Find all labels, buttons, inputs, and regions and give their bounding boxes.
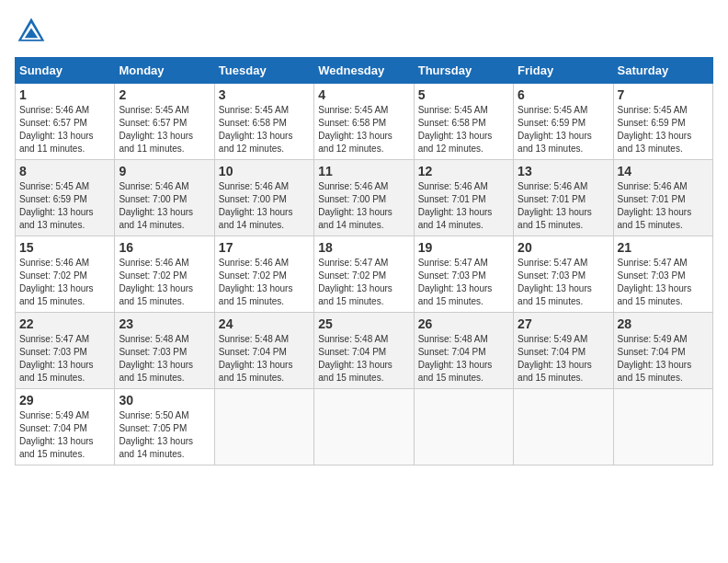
- day-number: 11: [318, 164, 409, 178]
- day-info: Sunrise: 5:45 AM Sunset: 6:59 PM Dayligh…: [618, 104, 709, 155]
- day-info: Sunrise: 5:48 AM Sunset: 7:04 PM Dayligh…: [418, 333, 509, 385]
- table-row: 26 Sunrise: 5:48 AM Sunset: 7:04 PM Dayl…: [414, 313, 513, 389]
- day-info: Sunrise: 5:48 AM Sunset: 7:03 PM Dayligh…: [119, 333, 210, 385]
- table-row: 5 Sunrise: 5:45 AM Sunset: 6:58 PM Dayli…: [414, 84, 513, 160]
- day-info: Sunrise: 5:45 AM Sunset: 6:58 PM Dayligh…: [418, 104, 509, 155]
- table-row: [514, 389, 613, 465]
- day-number: 21: [618, 240, 709, 255]
- day-info: Sunrise: 5:46 AM Sunset: 7:02 PM Dayligh…: [119, 257, 210, 308]
- logo: [15, 15, 53, 48]
- table-row: 27 Sunrise: 5:49 AM Sunset: 7:04 PM Dayl…: [514, 313, 613, 389]
- table-row: 18 Sunrise: 5:47 AM Sunset: 7:02 PM Dayl…: [314, 236, 414, 313]
- day-number: 17: [219, 240, 310, 255]
- table-row: [613, 389, 712, 465]
- col-thursday: Thursday: [414, 58, 513, 84]
- day-info: Sunrise: 5:45 AM Sunset: 6:59 PM Dayligh…: [19, 180, 110, 232]
- table-row: 12 Sunrise: 5:46 AM Sunset: 7:01 PM Dayl…: [414, 160, 513, 236]
- table-row: 15 Sunrise: 5:46 AM Sunset: 7:02 PM Dayl…: [16, 236, 115, 313]
- day-number: 13: [518, 164, 609, 178]
- table-row: 16 Sunrise: 5:46 AM Sunset: 7:02 PM Dayl…: [115, 236, 214, 313]
- table-row: 8 Sunrise: 5:45 AM Sunset: 6:59 PM Dayli…: [16, 160, 115, 236]
- table-row: [414, 389, 513, 465]
- day-info: Sunrise: 5:47 AM Sunset: 7:02 PM Dayligh…: [318, 257, 409, 308]
- table-row: 7 Sunrise: 5:45 AM Sunset: 6:59 PM Dayli…: [613, 84, 712, 160]
- day-info: Sunrise: 5:45 AM Sunset: 6:59 PM Dayligh…: [518, 104, 609, 155]
- table-row: 13 Sunrise: 5:46 AM Sunset: 7:01 PM Dayl…: [514, 160, 613, 236]
- table-row: 11 Sunrise: 5:46 AM Sunset: 7:00 PM Dayl…: [314, 160, 414, 236]
- day-info: Sunrise: 5:46 AM Sunset: 7:00 PM Dayligh…: [318, 180, 409, 232]
- day-number: 27: [518, 316, 609, 331]
- day-info: Sunrise: 5:46 AM Sunset: 7:00 PM Dayligh…: [119, 180, 210, 232]
- calendar-table: Sunday Monday Tuesday Wednesday Thursday…: [15, 57, 713, 465]
- calendar-week-row: 29 Sunrise: 5:49 AM Sunset: 7:04 PM Dayl…: [16, 389, 713, 465]
- table-row: 25 Sunrise: 5:48 AM Sunset: 7:04 PM Dayl…: [314, 313, 414, 389]
- day-number: 26: [418, 316, 509, 331]
- table-row: 9 Sunrise: 5:46 AM Sunset: 7:00 PM Dayli…: [115, 160, 214, 236]
- day-number: 18: [318, 240, 409, 255]
- col-wednesday: Wednesday: [314, 58, 414, 84]
- col-sunday: Sunday: [16, 58, 115, 84]
- day-number: 10: [219, 164, 310, 178]
- day-number: 23: [119, 316, 210, 331]
- table-row: 4 Sunrise: 5:45 AM Sunset: 6:58 PM Dayli…: [314, 84, 414, 160]
- day-info: Sunrise: 5:46 AM Sunset: 7:00 PM Dayligh…: [219, 180, 310, 232]
- day-number: 15: [19, 240, 110, 255]
- day-info: Sunrise: 5:46 AM Sunset: 7:02 PM Dayligh…: [219, 257, 310, 308]
- day-number: 8: [19, 164, 110, 178]
- table-row: 30 Sunrise: 5:50 AM Sunset: 7:05 PM Dayl…: [115, 389, 214, 465]
- day-number: 4: [318, 87, 409, 102]
- day-number: 29: [19, 393, 110, 408]
- table-row: 19 Sunrise: 5:47 AM Sunset: 7:03 PM Dayl…: [414, 236, 513, 313]
- logo-icon: [15, 15, 48, 48]
- day-number: 19: [418, 240, 509, 255]
- day-info: Sunrise: 5:47 AM Sunset: 7:03 PM Dayligh…: [19, 333, 110, 385]
- calendar-week-row: 22 Sunrise: 5:47 AM Sunset: 7:03 PM Dayl…: [16, 313, 713, 389]
- day-number: 12: [418, 164, 509, 178]
- day-number: 5: [418, 87, 509, 102]
- day-info: Sunrise: 5:50 AM Sunset: 7:05 PM Dayligh…: [119, 409, 210, 461]
- table-row: 2 Sunrise: 5:45 AM Sunset: 6:57 PM Dayli…: [115, 84, 214, 160]
- day-info: Sunrise: 5:48 AM Sunset: 7:04 PM Dayligh…: [318, 333, 409, 385]
- table-row: 28 Sunrise: 5:49 AM Sunset: 7:04 PM Dayl…: [613, 313, 712, 389]
- calendar-week-row: 8 Sunrise: 5:45 AM Sunset: 6:59 PM Dayli…: [16, 160, 713, 236]
- day-info: Sunrise: 5:46 AM Sunset: 6:57 PM Dayligh…: [19, 104, 110, 155]
- col-friday: Friday: [514, 58, 613, 84]
- table-row: 29 Sunrise: 5:49 AM Sunset: 7:04 PM Dayl…: [16, 389, 115, 465]
- day-info: Sunrise: 5:47 AM Sunset: 7:03 PM Dayligh…: [418, 257, 509, 308]
- day-info: Sunrise: 5:45 AM Sunset: 6:57 PM Dayligh…: [119, 104, 210, 155]
- day-info: Sunrise: 5:49 AM Sunset: 7:04 PM Dayligh…: [618, 333, 709, 385]
- day-number: 24: [219, 316, 310, 331]
- calendar-week-row: 15 Sunrise: 5:46 AM Sunset: 7:02 PM Dayl…: [16, 236, 713, 313]
- table-row: [314, 389, 414, 465]
- day-info: Sunrise: 5:46 AM Sunset: 7:01 PM Dayligh…: [518, 180, 609, 232]
- day-number: 20: [518, 240, 609, 255]
- table-row: 3 Sunrise: 5:45 AM Sunset: 6:58 PM Dayli…: [214, 84, 313, 160]
- day-number: 1: [19, 87, 110, 102]
- header-row: Sunday Monday Tuesday Wednesday Thursday…: [16, 58, 713, 84]
- col-tuesday: Tuesday: [214, 58, 313, 84]
- day-number: 9: [119, 164, 210, 178]
- day-number: 2: [119, 87, 210, 102]
- col-monday: Monday: [115, 58, 214, 84]
- day-number: 30: [119, 393, 210, 408]
- day-number: 6: [518, 87, 609, 102]
- day-info: Sunrise: 5:45 AM Sunset: 6:58 PM Dayligh…: [219, 104, 310, 155]
- page-header: [15, 15, 713, 48]
- calendar-week-row: 1 Sunrise: 5:46 AM Sunset: 6:57 PM Dayli…: [16, 84, 713, 160]
- table-row: 6 Sunrise: 5:45 AM Sunset: 6:59 PM Dayli…: [514, 84, 613, 160]
- table-row: 17 Sunrise: 5:46 AM Sunset: 7:02 PM Dayl…: [214, 236, 313, 313]
- table-row: 21 Sunrise: 5:47 AM Sunset: 7:03 PM Dayl…: [613, 236, 712, 313]
- col-saturday: Saturday: [613, 58, 712, 84]
- table-row: 23 Sunrise: 5:48 AM Sunset: 7:03 PM Dayl…: [115, 313, 214, 389]
- day-info: Sunrise: 5:47 AM Sunset: 7:03 PM Dayligh…: [518, 257, 609, 308]
- table-row: 10 Sunrise: 5:46 AM Sunset: 7:00 PM Dayl…: [214, 160, 313, 236]
- table-row: 24 Sunrise: 5:48 AM Sunset: 7:04 PM Dayl…: [214, 313, 313, 389]
- day-number: 7: [618, 87, 709, 102]
- day-number: 3: [219, 87, 310, 102]
- day-info: Sunrise: 5:49 AM Sunset: 7:04 PM Dayligh…: [19, 409, 110, 461]
- day-number: 25: [318, 316, 409, 331]
- day-info: Sunrise: 5:45 AM Sunset: 6:58 PM Dayligh…: [318, 104, 409, 155]
- table-row: [214, 389, 313, 465]
- table-row: 1 Sunrise: 5:46 AM Sunset: 6:57 PM Dayli…: [16, 84, 115, 160]
- day-info: Sunrise: 5:46 AM Sunset: 7:02 PM Dayligh…: [19, 257, 110, 308]
